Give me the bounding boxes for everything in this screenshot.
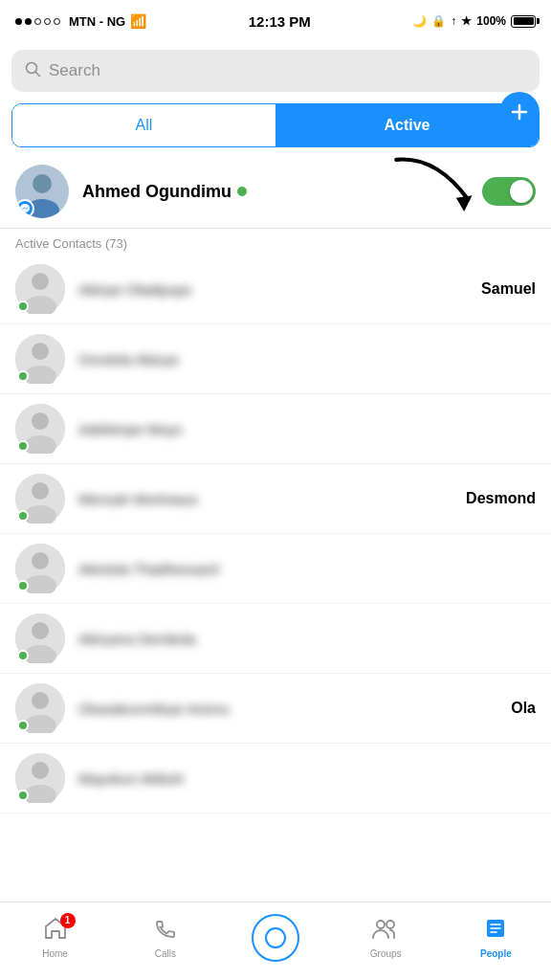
- signal-dots: [15, 18, 60, 25]
- groups-icon: [372, 917, 399, 946]
- calls-icon: [154, 917, 177, 946]
- camera-circle[interactable]: [252, 914, 299, 962]
- contact-avatar: [15, 264, 65, 314]
- contact-name-clear: Ola: [511, 700, 536, 717]
- groups-label: Groups: [370, 948, 402, 959]
- svg-point-27: [32, 692, 49, 709]
- contact-avatar: [15, 683, 65, 733]
- online-dot: [237, 187, 247, 196]
- list-item[interactable]: Oluwakunmiloye Aremu Ola: [0, 674, 551, 744]
- nav-camera[interactable]: [220, 914, 330, 969]
- svg-point-5: [33, 174, 52, 193]
- svg-point-30: [32, 762, 49, 779]
- bottom-nav: 1 Home Calls Groups: [0, 902, 551, 980]
- online-indicator: [17, 440, 29, 452]
- status-left: MTN - NG 📶: [15, 13, 146, 29]
- profile-name-text: Ahmed Ogundimu: [82, 182, 231, 202]
- online-indicator: [17, 301, 29, 312]
- svg-point-21: [32, 552, 49, 569]
- svg-point-9: [32, 273, 49, 290]
- tab-row: All Active: [11, 103, 540, 147]
- contact-name-blurred: Akinyera Dembola: [78, 631, 536, 647]
- battery-fill: [514, 17, 534, 25]
- contact-name-blurred: Abioye Oladipupo: [78, 281, 475, 298]
- contact-name-row: Akintola Thadheouard: [78, 561, 536, 577]
- nav-calls[interactable]: Calls: [110, 917, 220, 967]
- battery-icon: [511, 15, 536, 28]
- contact-list: Abioye Oladipupo Samuel Omolola Abioye A…: [0, 255, 551, 813]
- active-toggle[interactable]: [482, 177, 536, 206]
- status-right: 🌙 🔒 ↑ ★ 100%: [412, 14, 536, 28]
- profile-name: Ahmed Ogundimu: [82, 182, 469, 202]
- list-item[interactable]: Adebimpe Moyo: [0, 394, 551, 464]
- avatar: [15, 165, 69, 218]
- contact-name-row: Mensah Mortreaux Desmond: [78, 490, 536, 507]
- search-bar[interactable]: Search: [11, 50, 540, 92]
- location-icon: ↑: [451, 14, 456, 28]
- people-label: People: [480, 948, 512, 959]
- messenger-badge: [15, 199, 34, 218]
- moon-icon: 🌙: [412, 14, 427, 28]
- contact-name-row: Oluwakunmiloye Aremu Ola: [78, 700, 536, 717]
- contact-avatar: [15, 404, 65, 454]
- online-indicator: [17, 650, 29, 661]
- contact-avatar: [15, 613, 65, 663]
- svg-point-34: [386, 921, 394, 928]
- search-placeholder: Search: [49, 61, 100, 80]
- profile-row: Ahmed Ogundimu: [0, 155, 551, 229]
- contact-name-blurred: Omolola Abioye: [78, 351, 536, 368]
- list-item[interactable]: Akintola Thadheouard: [0, 534, 551, 604]
- lock-icon: 🔒: [431, 14, 446, 28]
- list-item[interactable]: Omolola Abioye: [0, 324, 551, 394]
- nav-groups[interactable]: Groups: [331, 917, 441, 967]
- home-label: Home: [42, 948, 68, 959]
- status-time: 12:13 PM: [249, 13, 311, 30]
- people-icon: [484, 917, 507, 946]
- contacts-header: Active Contacts (73): [0, 229, 551, 255]
- svg-point-15: [32, 412, 49, 430]
- online-indicator: [17, 580, 29, 591]
- svg-point-18: [32, 482, 49, 500]
- status-bar: MTN - NG 📶 12:13 PM 🌙 🔒 ↑ ★ 100%: [0, 0, 551, 42]
- online-indicator: [17, 790, 29, 801]
- nav-people[interactable]: People: [441, 917, 551, 967]
- tab-all[interactable]: All: [12, 104, 276, 146]
- dot-4: [44, 18, 51, 25]
- contact-name-blurred: Mayokun Akiboh: [78, 770, 536, 787]
- online-indicator: [17, 720, 29, 731]
- dot-3: [34, 18, 41, 25]
- toggle-knob: [510, 180, 533, 203]
- calls-label: Calls: [155, 948, 176, 959]
- contact-name-clear: Samuel: [481, 280, 536, 298]
- battery-percent: 100%: [476, 14, 506, 28]
- dot-1: [15, 18, 22, 25]
- contact-name-blurred: Akintola Thadheouard: [78, 561, 536, 577]
- home-badge: 1: [60, 913, 76, 928]
- contact-name-row: Abioye Oladipupo Samuel: [78, 280, 536, 298]
- contact-avatar: [15, 544, 65, 593]
- bluetooth-icon: ★: [461, 14, 472, 28]
- list-item[interactable]: Akinyera Dembola: [0, 604, 551, 674]
- search-icon: [25, 61, 41, 81]
- add-button[interactable]: [499, 92, 540, 132]
- contact-name-row: Mayokun Akiboh: [78, 770, 536, 787]
- list-item[interactable]: Abioye Oladipupo Samuel: [0, 255, 551, 324]
- list-item[interactable]: Mayokun Akiboh: [0, 744, 551, 813]
- contact-name-blurred: Mensah Mortreaux: [78, 491, 460, 507]
- contact-avatar: [15, 474, 65, 523]
- svg-point-33: [377, 921, 385, 928]
- wifi-icon: 📶: [130, 13, 146, 29]
- nav-home[interactable]: 1 Home: [0, 917, 110, 967]
- search-row: Search: [0, 42, 551, 100]
- online-indicator: [17, 370, 29, 382]
- list-item[interactable]: Mensah Mortreaux Desmond: [0, 464, 551, 534]
- carrier-label: MTN - NG: [69, 14, 125, 29]
- svg-point-12: [32, 343, 49, 360]
- svg-point-32: [266, 928, 285, 947]
- svg-point-24: [32, 622, 49, 639]
- contact-avatar: [15, 334, 65, 384]
- contact-name-row: Akinyera Dembola: [78, 631, 536, 647]
- home-icon: 1: [43, 917, 68, 946]
- contact-avatar: [15, 753, 65, 803]
- contact-name-row: Adebimpe Moyo: [78, 421, 536, 437]
